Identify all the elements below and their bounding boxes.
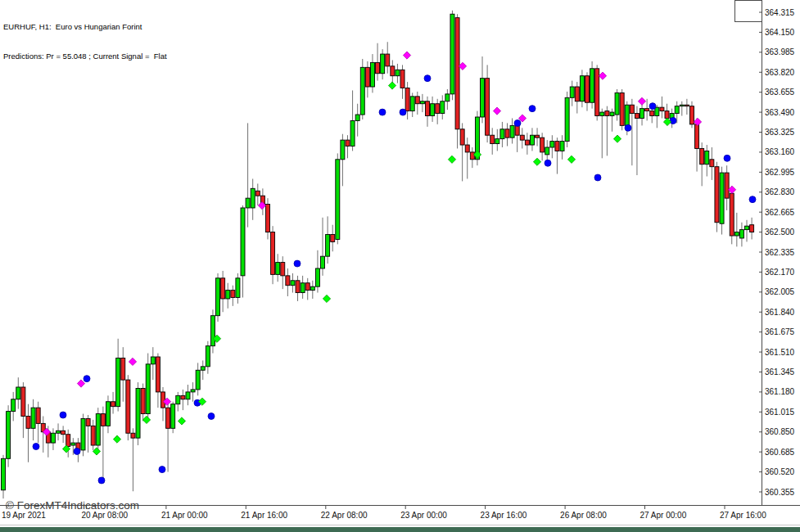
blue-dot-signal bbox=[514, 119, 521, 126]
candle-body bbox=[341, 140, 345, 160]
blue-dot-signal bbox=[33, 444, 39, 450]
candle-body bbox=[685, 105, 689, 106]
candle-body bbox=[210, 316, 215, 346]
candle-body bbox=[161, 392, 165, 408]
candle-body bbox=[156, 357, 160, 392]
candle-body bbox=[301, 283, 305, 293]
time-tick-label: 20 Apr 08:00 bbox=[81, 511, 128, 520]
candle-body bbox=[346, 140, 350, 146]
candle-body bbox=[365, 67, 369, 87]
price-tick-label: 360.850 bbox=[765, 427, 795, 436]
candle-body bbox=[321, 256, 325, 268]
price-tick-label: 362.005 bbox=[765, 287, 795, 296]
candle-body bbox=[181, 395, 185, 399]
blue-dot-signal bbox=[749, 196, 756, 203]
candle-body bbox=[56, 431, 61, 433]
time-tick-label: 23 Apr 00:00 bbox=[400, 511, 447, 520]
candle-body bbox=[350, 120, 355, 146]
candle-body bbox=[7, 412, 11, 459]
candle-body bbox=[720, 173, 724, 223]
candle-body bbox=[221, 278, 225, 299]
blue-dot-signal bbox=[724, 155, 730, 161]
candle-body bbox=[126, 380, 130, 433]
candle-body bbox=[370, 62, 374, 87]
candle-body bbox=[505, 129, 509, 138]
candle-body bbox=[196, 370, 200, 390]
candle-body bbox=[171, 404, 175, 429]
candle-body bbox=[705, 151, 709, 164]
time-tick-label: 26 Apr 08:00 bbox=[560, 511, 607, 520]
candle-body bbox=[136, 388, 140, 438]
candle-body bbox=[86, 418, 90, 426]
blue-dot-signal bbox=[400, 109, 406, 115]
candle-body bbox=[615, 92, 619, 115]
candle-body bbox=[550, 142, 554, 147]
price-tick-label: 362.995 bbox=[765, 168, 795, 177]
time-tick-label: 21 Apr 00:00 bbox=[161, 511, 208, 520]
candle-body bbox=[565, 97, 569, 141]
candle-body bbox=[590, 69, 594, 102]
price-tick-label: 361.015 bbox=[765, 408, 795, 417]
candle-body bbox=[450, 14, 454, 94]
candle-body bbox=[510, 125, 514, 138]
blue-dot-signal bbox=[74, 448, 80, 454]
candle-body bbox=[680, 105, 684, 106]
candle-body bbox=[281, 263, 285, 276]
candle-body bbox=[61, 431, 66, 434]
candle-body bbox=[560, 142, 564, 151]
candle-body bbox=[660, 107, 664, 110]
blue-dot-signal bbox=[379, 109, 386, 115]
price-tick-label: 362.830 bbox=[765, 187, 795, 196]
candle-body bbox=[66, 435, 70, 447]
candle-body bbox=[116, 358, 120, 406]
price-tick-label: 361.345 bbox=[765, 367, 795, 376]
blue-dot-signal bbox=[294, 260, 301, 267]
candle-body bbox=[460, 129, 464, 145]
candle-body bbox=[51, 433, 55, 443]
candle-body bbox=[734, 232, 739, 236]
candle-body bbox=[640, 109, 644, 119]
candle-body bbox=[255, 191, 260, 196]
candle-body bbox=[166, 408, 170, 428]
candle-body bbox=[730, 193, 734, 236]
candle-body bbox=[271, 232, 275, 275]
candle-body bbox=[286, 276, 290, 286]
status-bar bbox=[0, 527, 800, 532]
candle-body bbox=[610, 112, 614, 115]
candle-body bbox=[441, 101, 445, 114]
candle-body bbox=[645, 109, 649, 111]
price-tick-label: 363.490 bbox=[765, 108, 795, 117]
blue-dot-signal bbox=[649, 103, 656, 110]
time-tick-label: 23 Apr 16:00 bbox=[481, 511, 527, 520]
candle-body bbox=[715, 167, 719, 223]
candle-body bbox=[745, 226, 749, 229]
blue-dot-signal bbox=[60, 412, 66, 418]
blue-dot-signal bbox=[159, 467, 165, 473]
candle-body bbox=[585, 76, 589, 103]
price-tick-label: 360.520 bbox=[765, 467, 795, 476]
candle-body bbox=[400, 70, 405, 88]
blue-dot-signal bbox=[208, 413, 215, 420]
candle-body bbox=[376, 62, 380, 73]
candle-body bbox=[121, 358, 125, 380]
candle-body bbox=[700, 148, 704, 164]
candle-body bbox=[355, 115, 359, 120]
blue-dot-signal bbox=[84, 376, 90, 382]
candle-body bbox=[36, 408, 40, 423]
candle-body bbox=[176, 395, 180, 404]
candle-body bbox=[555, 142, 559, 151]
price-tick-label: 361.180 bbox=[765, 387, 795, 396]
candle-body bbox=[241, 208, 245, 276]
candle-body bbox=[111, 402, 115, 407]
price-tick-label: 361.510 bbox=[765, 348, 795, 357]
candle-body bbox=[16, 387, 20, 399]
candle-body bbox=[186, 392, 190, 399]
candle-body bbox=[395, 70, 400, 75]
candle-body bbox=[265, 205, 269, 232]
candle-body bbox=[31, 408, 35, 428]
candle-body bbox=[2, 458, 6, 489]
candle-body bbox=[486, 79, 490, 136]
candle-body bbox=[465, 145, 469, 152]
candle-body bbox=[490, 135, 495, 143]
candle-body bbox=[206, 346, 210, 367]
